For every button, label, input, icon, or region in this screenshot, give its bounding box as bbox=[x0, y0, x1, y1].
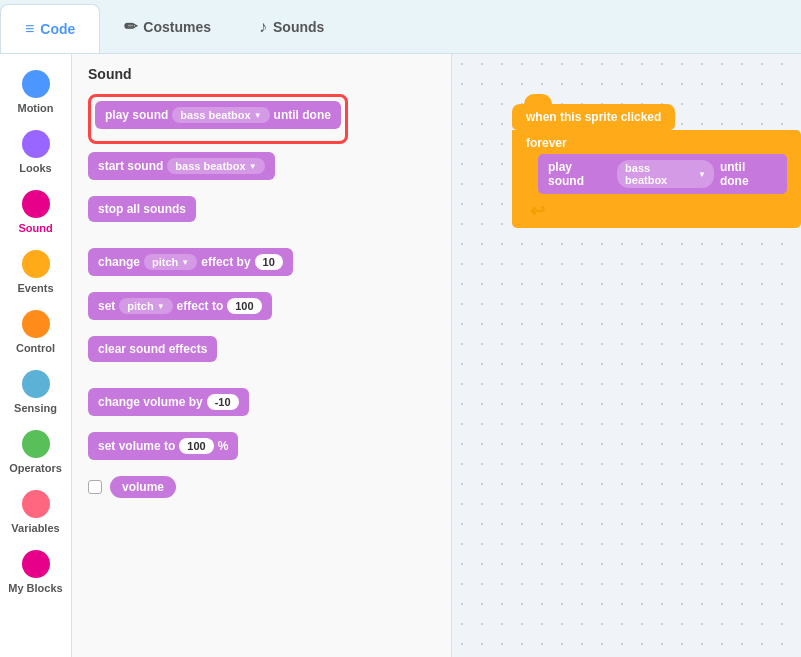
sound-dropdown-1[interactable]: bass beatbox ▼ bbox=[172, 107, 269, 123]
sidebar-events-label: Events bbox=[17, 282, 53, 294]
start-sound-label: start sound bbox=[98, 159, 163, 173]
sidebar-motion-label: Motion bbox=[17, 102, 53, 114]
looks-dot bbox=[22, 130, 50, 158]
change-volume-row: change volume by -10 bbox=[88, 388, 439, 424]
events-dot bbox=[22, 250, 50, 278]
operators-dot bbox=[22, 430, 50, 458]
clear-sound-effects-block[interactable]: clear sound effects bbox=[88, 336, 217, 362]
sidebar-item-sound[interactable]: Sound bbox=[0, 182, 71, 242]
sidebar-operators-label: Operators bbox=[9, 462, 62, 474]
set-volume-label: set volume to bbox=[98, 439, 175, 453]
change-volume-label: change volume by bbox=[98, 395, 203, 409]
set-pitch-block[interactable]: set pitch ▼ effect to 100 bbox=[88, 292, 272, 320]
sidebar-item-variables[interactable]: Variables bbox=[0, 482, 71, 542]
set-pitch-row: set pitch ▼ effect to 100 bbox=[88, 292, 439, 328]
set-volume-block[interactable]: set volume to 100 % bbox=[88, 432, 238, 460]
sidebar-item-sensing[interactable]: Sensing bbox=[0, 362, 71, 422]
top-tab-bar: ≡ Code ✏ Costumes ♪ Sounds bbox=[0, 0, 801, 54]
bass-beatbox-label-1: bass beatbox bbox=[180, 109, 250, 121]
pitch-label-2: pitch bbox=[127, 300, 153, 312]
volume-checkbox[interactable] bbox=[88, 480, 102, 494]
sidebar-sound-label: Sound bbox=[18, 222, 52, 234]
dropdown-arrow-2: ▼ bbox=[249, 162, 257, 171]
main-layout: Motion Looks Sound Events Control Sensin… bbox=[0, 54, 801, 657]
until-done-label: until done bbox=[274, 108, 331, 122]
sounds-icon: ♪ bbox=[259, 18, 267, 36]
dropdown-arrow-1: ▼ bbox=[254, 111, 262, 120]
start-sound-block[interactable]: start sound bass beatbox ▼ bbox=[88, 152, 275, 180]
tab-costumes-label: Costumes bbox=[143, 19, 211, 35]
volume-reporter-label: volume bbox=[122, 480, 164, 494]
play-sound-label: play sound bbox=[105, 108, 168, 122]
change-label: change bbox=[98, 255, 140, 269]
clear-sound-effects-row: clear sound effects bbox=[88, 336, 439, 370]
tab-sounds-label: Sounds bbox=[273, 19, 324, 35]
hat-block[interactable]: when this sprite clicked bbox=[512, 104, 675, 130]
sidebar-variables-label: Variables bbox=[11, 522, 59, 534]
tab-code[interactable]: ≡ Code bbox=[0, 4, 100, 53]
costumes-icon: ✏ bbox=[124, 17, 137, 36]
percent-label: % bbox=[218, 439, 229, 453]
code-icon: ≡ bbox=[25, 20, 34, 38]
sidebar-myblocks-label: My Blocks bbox=[8, 582, 62, 594]
control-dot bbox=[22, 310, 50, 338]
pitch-dropdown[interactable]: pitch ▼ bbox=[144, 254, 197, 270]
sensing-dot bbox=[22, 370, 50, 398]
canvas-sound-dropdown[interactable]: bass beatbox ▼ bbox=[617, 160, 714, 188]
sidebar-item-events[interactable]: Events bbox=[0, 242, 71, 302]
sidebar-item-control[interactable]: Control bbox=[0, 302, 71, 362]
divider-1 bbox=[88, 238, 439, 248]
sidebar: Motion Looks Sound Events Control Sensin… bbox=[0, 54, 72, 657]
hat-block-label: when this sprite clicked bbox=[526, 110, 661, 124]
hat-block-wrapper: when this sprite clicked bbox=[512, 104, 801, 130]
canvas-bass-beatbox-label: bass beatbox bbox=[625, 162, 695, 186]
sidebar-item-looks[interactable]: Looks bbox=[0, 122, 71, 182]
change-volume-block[interactable]: change volume by -10 bbox=[88, 388, 249, 416]
sidebar-item-operators[interactable]: Operators bbox=[0, 422, 71, 482]
canvas-area[interactable]: when this sprite clicked forever play so… bbox=[452, 54, 801, 657]
tab-code-label: Code bbox=[40, 21, 75, 37]
start-sound-row: start sound bass beatbox ▼ bbox=[88, 152, 439, 188]
clear-sound-effects-label: clear sound effects bbox=[98, 342, 207, 356]
set-label: set bbox=[98, 299, 115, 313]
tab-costumes[interactable]: ✏ Costumes bbox=[100, 0, 235, 53]
pitch-dropdown-arrow: ▼ bbox=[181, 258, 189, 267]
forever-label: forever bbox=[526, 136, 567, 150]
variables-dot bbox=[22, 490, 50, 518]
canvas-play-sound-label: play sound bbox=[548, 160, 611, 188]
sidebar-control-label: Control bbox=[16, 342, 55, 354]
divider-2 bbox=[88, 378, 439, 388]
pitch-dropdown-arrow-2: ▼ bbox=[157, 302, 165, 311]
play-sound-until-done-block[interactable]: play sound bass beatbox ▼ until done bbox=[95, 101, 341, 129]
forever-arrow: ↩ bbox=[530, 200, 545, 222]
motion-dot bbox=[22, 70, 50, 98]
pitch-dropdown-2[interactable]: pitch ▼ bbox=[119, 298, 172, 314]
stop-all-sounds-row: stop all sounds bbox=[88, 196, 439, 230]
tab-sounds[interactable]: ♪ Sounds bbox=[235, 0, 348, 53]
sidebar-item-myblocks[interactable]: My Blocks bbox=[0, 542, 71, 602]
forever-block[interactable]: forever play sound bass beatbox ▼ until … bbox=[512, 130, 801, 228]
blocks-panel: Sound play sound bass beatbox ▼ until do… bbox=[72, 54, 452, 657]
inner-play-sound-block[interactable]: play sound bass beatbox ▼ until done bbox=[538, 154, 787, 194]
effect-by-value[interactable]: 10 bbox=[255, 254, 283, 270]
sound-dropdown-2[interactable]: bass beatbox ▼ bbox=[167, 158, 264, 174]
canvas-until-done-label: until done bbox=[720, 160, 777, 188]
volume-change-value[interactable]: -10 bbox=[207, 394, 239, 410]
panel-title: Sound bbox=[88, 66, 439, 82]
volume-reporter-block[interactable]: volume bbox=[110, 476, 176, 498]
stop-all-sounds-block[interactable]: stop all sounds bbox=[88, 196, 196, 222]
sidebar-sensing-label: Sensing bbox=[14, 402, 57, 414]
effect-to-value[interactable]: 100 bbox=[227, 298, 261, 314]
canvas-dropdown-arrow: ▼ bbox=[698, 170, 706, 179]
sidebar-item-motion[interactable]: Motion bbox=[0, 62, 71, 122]
myblocks-dot bbox=[22, 550, 50, 578]
volume-to-value[interactable]: 100 bbox=[179, 438, 213, 454]
change-pitch-row: change pitch ▼ effect by 10 bbox=[88, 248, 439, 284]
change-pitch-block[interactable]: change pitch ▼ effect by 10 bbox=[88, 248, 293, 276]
play-sound-highlighted-wrapper: play sound bass beatbox ▼ until done bbox=[88, 94, 348, 144]
sidebar-looks-label: Looks bbox=[19, 162, 51, 174]
stop-all-sounds-label: stop all sounds bbox=[98, 202, 186, 216]
sound-dot bbox=[22, 190, 50, 218]
effect-to-label: effect to bbox=[177, 299, 224, 313]
set-volume-row: set volume to 100 % bbox=[88, 432, 439, 468]
